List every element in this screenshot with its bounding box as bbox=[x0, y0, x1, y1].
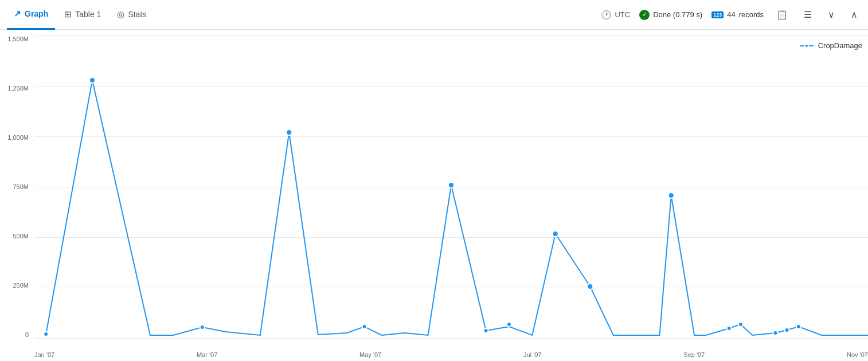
records-icon: 123 bbox=[711, 11, 724, 18]
x-label-sep: Sep '07 bbox=[683, 351, 705, 358]
y-label-1500: 1,500M bbox=[7, 36, 29, 42]
tab-graph[interactable]: ↗ Graph bbox=[7, 0, 55, 30]
x-axis: Jan '07 Mar '07 May '07 Jul '07 Sep '07 … bbox=[34, 351, 868, 358]
tab-stats-label: Stats bbox=[128, 10, 146, 19]
svg-point-6 bbox=[44, 332, 48, 336]
x-label-jul: Jul '07 bbox=[523, 351, 541, 358]
tab-table[interactable]: ⊞ Table 1 bbox=[57, 0, 108, 30]
records-label: records bbox=[739, 10, 764, 19]
x-label-mar: Mar '07 bbox=[197, 351, 217, 358]
x-label-jan: Jan '07 bbox=[34, 351, 54, 358]
dropdown-button[interactable]: ∨ bbox=[824, 7, 838, 22]
table-icon: ⊞ bbox=[64, 9, 72, 19]
copy-button[interactable]: 📋 bbox=[773, 7, 791, 22]
svg-point-8 bbox=[362, 324, 367, 329]
x-label-may: May '07 bbox=[359, 351, 381, 358]
svg-point-13 bbox=[773, 331, 777, 335]
chart-container: 1,500M 1,250M 1,000M 750M 500M 250M 0 Cr… bbox=[0, 30, 868, 361]
x-label-nov: Nov '07 bbox=[847, 351, 868, 358]
tab-graph-label: Graph bbox=[25, 9, 48, 18]
done-icon: ✓ bbox=[639, 10, 650, 20]
svg-point-4 bbox=[587, 284, 593, 289]
toolbar: ↗ Graph ⊞ Table 1 ◎ Stats 🕐 UTC ✓ Done (… bbox=[0, 0, 868, 30]
svg-point-2 bbox=[448, 182, 454, 188]
done-label: Done (0.779 s) bbox=[653, 10, 702, 19]
y-label-0: 0 bbox=[25, 331, 29, 338]
utc-badge: 🕐 UTC bbox=[601, 10, 630, 20]
utc-label: UTC bbox=[615, 10, 630, 19]
chart-area: CropDamage .data-line { fill: none; stro… bbox=[34, 36, 868, 338]
tab-stats[interactable]: ◎ Stats bbox=[110, 0, 153, 30]
status-area: 🕐 UTC ✓ Done (0.779 s) 123 44 records 📋 … bbox=[601, 7, 861, 22]
svg-point-1 bbox=[286, 130, 292, 135]
records-count: 44 bbox=[727, 10, 735, 19]
svg-point-7 bbox=[200, 325, 205, 329]
tab-table-label: Table 1 bbox=[75, 10, 101, 19]
y-label-1250: 1,250M bbox=[7, 85, 29, 92]
svg-point-5 bbox=[668, 193, 674, 198]
svg-point-15 bbox=[796, 324, 801, 329]
graph-icon: ↗ bbox=[14, 9, 21, 19]
y-label-500: 500M bbox=[13, 233, 29, 240]
svg-point-3 bbox=[553, 231, 558, 237]
columns-button[interactable]: ☰ bbox=[800, 7, 815, 22]
svg-point-11 bbox=[727, 326, 732, 331]
y-label-750: 750M bbox=[13, 183, 29, 190]
collapse-button[interactable]: ∧ bbox=[847, 7, 861, 22]
clock-icon: 🕐 bbox=[601, 10, 612, 20]
y-label-1000: 1,000M bbox=[7, 134, 29, 141]
done-badge: ✓ Done (0.779 s) bbox=[639, 10, 702, 20]
y-axis: 1,500M 1,250M 1,000M 750M 500M 250M 0 bbox=[0, 36, 33, 338]
chart-svg: .data-line { fill: none; stroke: #2196F3… bbox=[34, 36, 868, 338]
svg-point-14 bbox=[785, 328, 789, 332]
stats-icon: ◎ bbox=[117, 9, 124, 19]
svg-point-12 bbox=[738, 322, 743, 327]
svg-point-10 bbox=[507, 322, 511, 327]
svg-point-9 bbox=[484, 328, 488, 333]
y-label-250: 250M bbox=[13, 282, 29, 289]
records-badge: 123 44 records bbox=[711, 10, 764, 19]
svg-point-0 bbox=[89, 77, 95, 83]
